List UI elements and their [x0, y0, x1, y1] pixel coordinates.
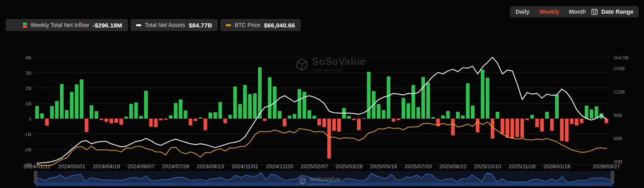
inflow-bar[interactable]: [238, 104, 242, 119]
inflow-bar[interactable]: [35, 106, 39, 119]
inflow-bar[interactable]: [174, 103, 178, 119]
inflow-bar[interactable]: [184, 111, 188, 119]
inflow-bar[interactable]: [347, 116, 351, 119]
inflow-bar[interactable]: [194, 119, 197, 121]
inflow-bar[interactable]: [441, 115, 445, 119]
inflow-bar[interactable]: [451, 119, 455, 136]
inflow-bar[interactable]: [555, 95, 559, 119]
inflow-bar[interactable]: [288, 115, 291, 119]
inflow-bar[interactable]: [144, 91, 148, 119]
inflow-bar[interactable]: [248, 94, 252, 119]
legend-item-btc-price[interactable]: BTC Price $66,040.66: [220, 19, 301, 31]
inflow-bar[interactable]: [486, 78, 489, 119]
inflow-bar[interactable]: [114, 119, 118, 123]
inflow-bar[interactable]: [516, 119, 519, 137]
navigator-handle-right[interactable]: [611, 171, 614, 184]
tab-daily[interactable]: Daily: [516, 6, 530, 17]
inflow-bar[interactable]: [491, 119, 494, 138]
inflow-bar[interactable]: [550, 119, 554, 131]
inflow-bar[interactable]: [495, 112, 499, 119]
inflow-bar[interactable]: [169, 115, 173, 119]
inflow-bar[interactable]: [560, 119, 564, 141]
inflow-bar[interactable]: [70, 92, 74, 119]
inflow-bar[interactable]: [223, 119, 227, 123]
inflow-bar[interactable]: [417, 107, 420, 119]
inflow-bar[interactable]: [278, 111, 281, 119]
inflow-bar[interactable]: [65, 110, 68, 119]
inflow-bar[interactable]: [471, 106, 475, 119]
tab-weekly[interactable]: Weekly: [539, 6, 559, 17]
inflow-bar[interactable]: [585, 106, 588, 119]
inflow-bar[interactable]: [357, 119, 361, 130]
navigator-handle-left[interactable]: [34, 171, 37, 184]
inflow-bar[interactable]: [55, 101, 59, 119]
net-assets-line[interactable]: [37, 57, 607, 163]
inflow-bar[interactable]: [322, 119, 326, 127]
inflow-bar[interactable]: [387, 77, 390, 119]
inflow-bar[interactable]: [308, 110, 311, 119]
inflow-bar[interactable]: [149, 119, 153, 127]
inflow-bar[interactable]: [461, 115, 464, 119]
inflow-bar[interactable]: [75, 84, 78, 119]
inflow-bar[interactable]: [481, 69, 485, 119]
inflow-bar[interactable]: [90, 105, 93, 119]
inflow-bar[interactable]: [407, 103, 410, 119]
inflow-bar[interactable]: [105, 119, 108, 122]
inflow-bar[interactable]: [109, 119, 113, 123]
inflow-bar[interactable]: [525, 119, 529, 120]
inflow-bar[interactable]: [263, 119, 266, 121]
inflow-bar[interactable]: [421, 77, 425, 119]
inflow-bar[interactable]: [377, 104, 380, 119]
inflow-bar[interactable]: [575, 119, 578, 125]
inflow-bar[interactable]: [337, 119, 341, 132]
inflow-bar[interactable]: [258, 67, 262, 119]
inflow-bar[interactable]: [99, 119, 103, 120]
legend-item-net-inflow[interactable]: Weekly Total Net Inflow -$296.18M: [6, 19, 128, 31]
inflow-bar[interactable]: [476, 119, 479, 132]
inflow-bar[interactable]: [530, 115, 534, 119]
inflow-bar[interactable]: [189, 119, 192, 125]
inflow-bar[interactable]: [50, 106, 54, 119]
inflow-bar[interactable]: [352, 119, 356, 120]
inflow-bar[interactable]: [159, 119, 163, 120]
inflow-bar[interactable]: [283, 119, 287, 126]
inflow-bar[interactable]: [134, 102, 138, 119]
inflow-bar[interactable]: [198, 117, 202, 119]
inflow-bar[interactable]: [411, 85, 415, 119]
inflow-bar[interactable]: [45, 119, 49, 125]
inflow-bar[interactable]: [431, 117, 435, 119]
inflow-bar[interactable]: [545, 112, 549, 119]
inflow-bar[interactable]: [382, 110, 386, 119]
inflow-bar[interactable]: [219, 102, 222, 119]
inflow-bar[interactable]: [327, 119, 331, 159]
inflow-bar[interactable]: [362, 118, 365, 119]
inflow-bars-series[interactable]: [35, 67, 609, 159]
inflow-bar[interactable]: [179, 100, 182, 119]
inflow-bar[interactable]: [510, 119, 514, 138]
inflow-bar[interactable]: [268, 77, 272, 119]
inflow-bar[interactable]: [501, 119, 504, 134]
inflow-bar[interactable]: [80, 79, 83, 119]
navigator-selected-strip[interactable]: [35, 182, 612, 186]
inflow-bar[interactable]: [318, 119, 321, 125]
inflow-bar[interactable]: [293, 114, 296, 119]
inflow-bar[interactable]: [535, 119, 539, 127]
legend-item-net-assets[interactable]: Total Net Assets $84.77B: [130, 19, 218, 31]
inflow-bar[interactable]: [204, 119, 207, 130]
inflow-bar[interactable]: [208, 113, 212, 119]
inflow-bar[interactable]: [570, 119, 574, 124]
inflow-bar[interactable]: [120, 119, 123, 125]
inflow-bar[interactable]: [367, 72, 371, 119]
inflow-bar[interactable]: [253, 93, 257, 119]
inflow-bar[interactable]: [312, 115, 316, 119]
inflow-bar[interactable]: [402, 98, 405, 119]
inflow-bar[interactable]: [303, 92, 306, 119]
inflow-bar[interactable]: [243, 85, 247, 119]
inflow-bar[interactable]: [446, 111, 450, 119]
inflow-bar[interactable]: [154, 119, 158, 127]
inflow-bar[interactable]: [594, 107, 598, 119]
inflow-bar[interactable]: [332, 119, 336, 131]
inflow-bar[interactable]: [396, 119, 400, 120]
inflow-bar[interactable]: [392, 119, 395, 122]
inflow-bar[interactable]: [426, 83, 430, 119]
